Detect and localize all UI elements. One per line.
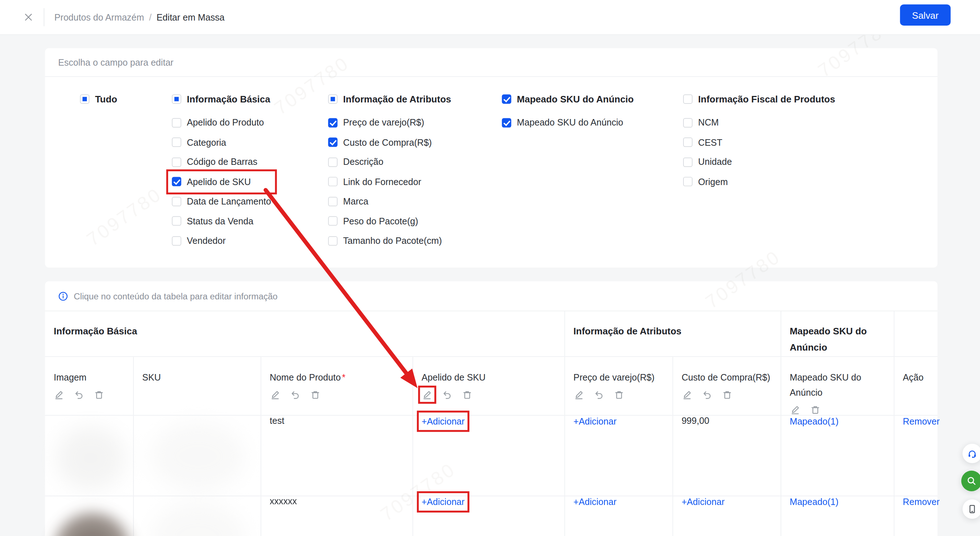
checkbox-box[interactable] (502, 94, 511, 103)
undo-arrow-icon[interactable] (73, 389, 84, 400)
trash-icon[interactable] (310, 389, 320, 400)
checkbox-box[interactable] (328, 157, 337, 167)
checkbox-ncm[interactable]: NCM (683, 116, 835, 129)
mobile-preview-button[interactable] (963, 499, 980, 519)
cell-apelido[interactable]: +Adicionar (413, 415, 565, 496)
checkbox-data-de-lancamento[interactable]: Data de Lançamento (172, 194, 271, 208)
add-apelido-link[interactable]: +Adicionar (422, 496, 465, 507)
pencil-icon[interactable] (789, 404, 800, 414)
cell-acao[interactable]: Remover (894, 415, 937, 496)
cell-imagem[interactable] (45, 415, 133, 496)
checkbox-box[interactable] (172, 236, 181, 245)
mapeado-link[interactable]: Mapeado(1) (789, 496, 838, 507)
pencil-icon[interactable] (573, 389, 584, 400)
checkbox-categoria[interactable]: Categoria (172, 135, 271, 149)
checkbox-box[interactable] (172, 177, 181, 186)
undo-arrow-icon[interactable] (702, 389, 712, 400)
checkbox-box[interactable] (683, 118, 692, 127)
cell-preco[interactable]: +Adicionar (565, 415, 673, 496)
checkbox-tamanho-do-pacote[interactable]: Tamanho do Pacote(cm) (328, 234, 451, 247)
checkbox-box[interactable] (328, 216, 337, 226)
undo-arrow-icon[interactable] (290, 389, 300, 400)
trash-icon[interactable] (810, 404, 820, 414)
checkbox-box[interactable] (683, 137, 692, 147)
checkbox-descricao[interactable]: Descrição (328, 155, 451, 169)
cell-mapeado[interactable]: Mapeado(1) (781, 496, 894, 536)
checkbox-marca[interactable]: Marca (328, 194, 451, 208)
checkbox-peso-do-pacote[interactable]: Peso do Pacote(g) (328, 214, 451, 227)
checkbox-box[interactable] (502, 118, 511, 127)
checkbox-unidade[interactable]: Unidade (683, 155, 835, 169)
checkbox-codigo-de-barras[interactable]: Código de Barras (172, 155, 271, 169)
cell-acao[interactable]: Remover (894, 496, 937, 536)
checkbox-box[interactable] (172, 118, 181, 127)
cell-sku[interactable] (133, 496, 261, 536)
save-button[interactable]: Salvar (900, 4, 950, 25)
checkbox-custo-de-compra[interactable]: Custo de Compra(R$) (328, 135, 451, 149)
cell-apelido[interactable]: +Adicionar (413, 496, 565, 536)
search-button[interactable] (961, 471, 980, 491)
undo-arrow-icon[interactable] (593, 389, 604, 400)
checkbox-box[interactable] (172, 216, 181, 226)
cell-custo[interactable]: +Adicionar (673, 496, 781, 536)
checkbox-box[interactable] (328, 137, 337, 147)
pencil-icon[interactable] (270, 389, 280, 400)
add-custo-link[interactable]: +Adicionar (682, 496, 725, 507)
checkbox-label: CEST (698, 137, 722, 147)
checkbox-box[interactable] (172, 137, 181, 147)
undo-arrow-icon[interactable] (441, 389, 452, 400)
pencil-icon[interactable] (422, 389, 432, 400)
checkbox-status-da-venda[interactable]: Status da Venda (172, 214, 271, 227)
checkbox-tudo[interactable]: Tudo (80, 92, 117, 106)
mapeado-link[interactable]: Mapeado(1) (789, 415, 838, 426)
checkbox-vendedor[interactable]: Vendedor (172, 234, 271, 247)
trash-icon[interactable] (614, 389, 624, 400)
cell-nome[interactable]: xxxxxx (261, 496, 413, 536)
checkbox-apelido-de-sku[interactable]: Apelido de SKU (172, 175, 271, 188)
close-icon[interactable] (23, 12, 33, 22)
checkbox-mapeado-sku-grupo[interactable]: Mapeado SKU do Anúncio (502, 92, 634, 106)
remover-link[interactable]: Remover (903, 415, 940, 426)
cell-mapeado[interactable]: Mapeado(1) (781, 415, 894, 496)
checkbox-apelido-do-produto[interactable]: Apelido do Produto (172, 116, 271, 129)
checkbox-preco-de-varejo[interactable]: Preço de varejo(R$) (328, 116, 451, 129)
checkbox-informacao-fiscal[interactable]: Informação Fiscal de Produtos (683, 92, 835, 106)
cell-preco[interactable]: +Adicionar (565, 496, 673, 536)
group-mapeado-sku: Mapeado SKU do Anúncio Mapeado SKU do An… (502, 92, 634, 129)
checkbox-box[interactable] (80, 94, 89, 103)
cell-imagem[interactable] (45, 496, 133, 536)
pencil-icon[interactable] (54, 389, 64, 400)
trash-icon[interactable] (462, 389, 472, 400)
checkbox-box[interactable] (328, 236, 337, 245)
pencil-icon[interactable] (682, 389, 692, 400)
add-apelido-link[interactable]: +Adicionar (422, 415, 465, 426)
checkbox-box[interactable] (683, 177, 692, 186)
checkbox-label: Mapeado SKU do Anúncio (517, 118, 623, 128)
add-preco-link[interactable]: +Adicionar (573, 496, 616, 507)
cell-nome[interactable]: test (261, 415, 413, 496)
cell-sku[interactable] (133, 415, 261, 496)
checkbox-box[interactable] (328, 177, 337, 186)
checkbox-box[interactable] (683, 94, 692, 103)
checkbox-box[interactable] (172, 157, 181, 167)
checkbox-box[interactable] (172, 94, 181, 103)
checkbox-box[interactable] (172, 197, 181, 206)
trash-icon[interactable] (94, 389, 104, 400)
checkbox-informacao-de-atributos[interactable]: Informação de Atributos (328, 92, 451, 106)
trash-icon[interactable] (722, 389, 732, 400)
checkbox-mapeado-sku[interactable]: Mapeado SKU do Anúncio (502, 116, 634, 129)
checkbox-informacao-basica[interactable]: Informação Básica (172, 92, 271, 106)
checkbox-link-do-fornecedor[interactable]: Link do Fornecedor (328, 175, 451, 188)
checkbox-box[interactable] (328, 118, 337, 127)
cell-custo[interactable]: 999,00 (673, 415, 781, 496)
checkbox-box[interactable] (683, 157, 692, 167)
checkbox-origem[interactable]: Origem (683, 175, 835, 188)
add-preco-link[interactable]: +Adicionar (573, 415, 616, 426)
breadcrumb-parent[interactable]: Produtos do Armazém (54, 12, 144, 22)
remover-link[interactable]: Remover (903, 496, 940, 507)
support-headset-button[interactable] (963, 444, 980, 463)
checkbox-box[interactable] (328, 197, 337, 206)
checkbox-cest[interactable]: CEST (683, 135, 835, 149)
col-header-imagem: Imagem (45, 356, 133, 415)
checkbox-box[interactable] (328, 94, 337, 103)
